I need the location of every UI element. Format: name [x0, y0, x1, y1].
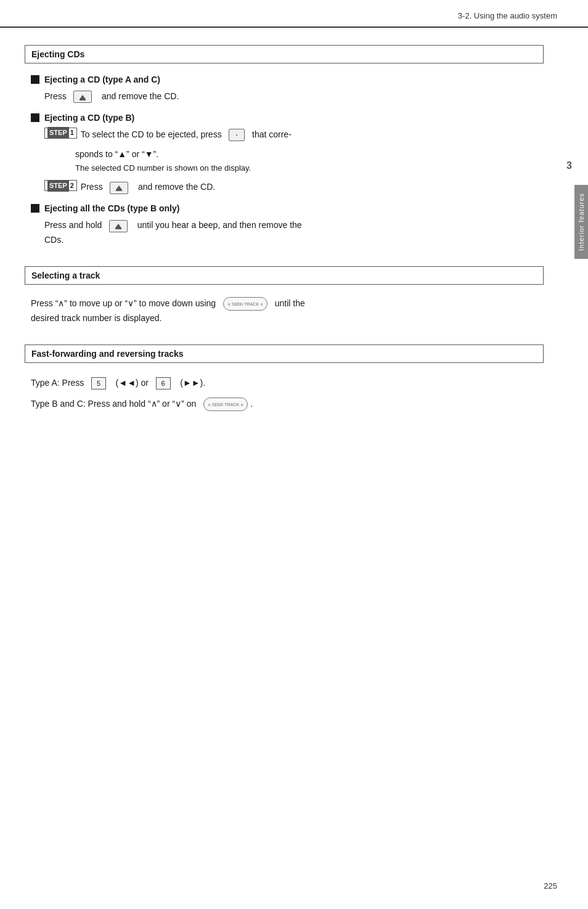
- step-1-row: STEP 1 To select the CD to be ejected, p…: [44, 128, 544, 142]
- step-label-2: STEP: [47, 180, 69, 192]
- side-tab: Interior features: [574, 185, 588, 259]
- ejecting-cds-section: Ejecting CDs: [25, 45, 544, 63]
- step-2-row: STEP 2 Press and remove the CD.: [44, 180, 544, 195]
- type-bc-ff-row: Type B and C: Press and hold “∧” or “∨” …: [31, 395, 544, 412]
- selecting-track-title: Selecting a track: [31, 271, 100, 280]
- selecting-track-body: Press “∧” to move up or “∨” to move down…: [31, 296, 544, 326]
- type-b-all-body: Press and hold until you hear a beep, an…: [44, 218, 544, 248]
- type-a-ff-row: Type A: Press 5 (◄◄) or 6 (►►).: [31, 374, 544, 391]
- step-2-text: Press and remove the CD.: [81, 180, 544, 195]
- eject-button-3: [109, 220, 128, 232]
- bullet-square-3: [31, 204, 39, 213]
- subsection-type-b-all: Ejecting all the CDs (type B only) Press…: [31, 203, 544, 248]
- page-number: 225: [544, 881, 557, 891]
- page-header: 3-2. Using the audio system: [0, 0, 588, 28]
- step-1-indent: sponds to “▲” or “▼”.: [75, 147, 544, 162]
- eject-button-2: [110, 182, 128, 194]
- selecting-track-section: Selecting a track: [25, 266, 544, 285]
- type-b-title: Ejecting a CD (type B): [31, 113, 544, 123]
- subsection-type-ac: Ejecting a CD (type A and C) Press and r…: [31, 75, 544, 104]
- seek-track-knob: ∨ SEEK·TRACK ∧: [223, 297, 267, 311]
- bullet-square-2: [31, 113, 39, 122]
- eject-triangle-icon-1: [80, 95, 86, 99]
- chapter-number: 3: [566, 160, 572, 171]
- step-1-badge: STEP 1: [44, 128, 77, 139]
- seek-label-top: ∨ SEEK·TRACK ∧: [227, 302, 263, 306]
- bullet-square-1: [31, 75, 39, 84]
- eject-button-1: [73, 91, 92, 103]
- dot-button: ·: [229, 129, 245, 141]
- step-num-2: 2: [70, 180, 74, 192]
- step-1-note: The selected CD number is shown on the d…: [75, 161, 544, 175]
- seek-track-knob-2: ∨ SEEK·TRACK ∧: [203, 397, 248, 411]
- fast-forward-section: Fast-forwarding and reversing tracks: [25, 344, 544, 363]
- button-6: 6: [156, 377, 171, 389]
- step-2-badge: STEP 2: [44, 180, 77, 191]
- step-label-1: STEP: [47, 127, 69, 139]
- page-wrapper: 3-2. Using the audio system 3 Interior f…: [0, 0, 588, 909]
- type-ac-body: Press and remove the CD.: [44, 89, 544, 104]
- eject-triangle-icon-3: [115, 224, 121, 228]
- seek-label-top-2: ∨ SEEK·TRACK ∧: [208, 402, 243, 407]
- step-num-1: 1: [70, 127, 74, 139]
- eject-triangle-icon-2: [116, 185, 122, 190]
- type-b-body: STEP 1 To select the CD to be ejected, p…: [44, 128, 544, 195]
- type-b-all-title: Ejecting all the CDs (type B only): [31, 203, 544, 213]
- ejecting-cds-title: Ejecting CDs: [31, 49, 84, 59]
- step-1-text: To select the CD to be ejected, press · …: [81, 128, 544, 142]
- button-5: 5: [91, 377, 106, 389]
- subsection-type-b: Ejecting a CD (type B) STEP 1 To select …: [31, 113, 544, 195]
- main-content: Ejecting CDs Ejecting a CD (type A and C…: [0, 28, 574, 447]
- fast-forward-title: Fast-forwarding and reversing tracks: [31, 349, 184, 359]
- header-text: 3-2. Using the audio system: [458, 11, 557, 20]
- type-ac-title: Ejecting a CD (type A and C): [31, 75, 544, 84]
